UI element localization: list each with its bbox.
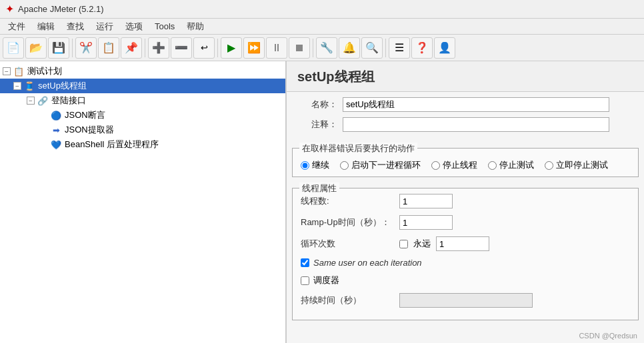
- name-input[interactable]: [343, 97, 609, 112]
- comment-label: 注释：: [297, 119, 337, 131]
- name-section: 名称： 注释：: [287, 92, 644, 143]
- duration-row: 持续时间（秒）: [301, 293, 630, 308]
- error-action-title: 在取样器错误后要执行的动作: [299, 143, 417, 155]
- collapse-button[interactable]: ➖: [171, 37, 192, 59]
- forever-row: 永远: [399, 236, 489, 251]
- start-no-pause-button[interactable]: ⏩: [243, 37, 265, 59]
- tree-item-json-extractor[interactable]: ➡ JSON提取器: [0, 123, 285, 137]
- list-button[interactable]: ☰: [389, 37, 410, 59]
- radio-stop-thread-label: 停止线程: [443, 159, 477, 171]
- menu-tools[interactable]: Tools: [149, 20, 180, 33]
- thread-props-group: 线程属性 线程数: Ramp-Up时间（秒）： 循环次数 永远: [292, 188, 639, 320]
- sep5: [385, 39, 386, 57]
- radio-stop-now-input[interactable]: [545, 161, 553, 170]
- radio-stop-test-input[interactable]: [488, 161, 497, 170]
- stop-button[interactable]: ⏹: [289, 37, 310, 59]
- radio-stop-thread[interactable]: 停止线程: [431, 159, 477, 171]
- watermark: CSDN @Qredsun: [579, 332, 637, 340]
- tree-item-json-assert[interactable]: 🔵 JSON断言: [0, 108, 285, 123]
- main-layout: − 📋 测试计划 − 🧵 setUp线程组 − 🔗 登陆接口 🔵 JSON断言 …: [0, 61, 644, 343]
- app-icon: ✦: [5, 3, 14, 15]
- comment-row: 注释：: [297, 117, 633, 132]
- thread-props-title: 线程属性: [299, 182, 339, 194]
- help-button[interactable]: ❓: [411, 37, 433, 59]
- radio-stop-now[interactable]: 立即停止测试: [545, 159, 608, 171]
- radio-continue-input[interactable]: [301, 161, 309, 170]
- menu-edit[interactable]: 编辑: [32, 19, 60, 34]
- expand-test-plan[interactable]: −: [3, 67, 11, 75]
- radio-stop-test[interactable]: 停止测试: [488, 159, 534, 171]
- beanshell-icon: 💙: [49, 139, 63, 150]
- start-button[interactable]: ▶: [221, 37, 242, 59]
- setup-group-icon: 🧵: [23, 81, 36, 91]
- new-button[interactable]: 📄: [3, 37, 24, 59]
- name-row: 名称：: [297, 97, 633, 112]
- tree-item-login[interactable]: − 🔗 登陆接口: [0, 93, 285, 108]
- detail-title: setUp线程组: [287, 61, 644, 92]
- search-toolbar-button[interactable]: 🔍: [361, 37, 383, 59]
- comment-input[interactable]: [343, 117, 609, 132]
- setup-group-label: setUp线程组: [38, 80, 87, 92]
- error-radio-group: 继续 启动下一进程循环 停止线程 停止测试: [301, 159, 630, 171]
- radio-continue[interactable]: 继续: [301, 159, 329, 171]
- thread-count-input[interactable]: [399, 194, 453, 208]
- test-plan-label: 测试计划: [27, 65, 62, 77]
- expand-setup-group[interactable]: −: [13, 82, 21, 90]
- same-user-label: Same user on each iteration: [313, 258, 422, 268]
- beanshell-label: BeanShell 后置处理程序: [65, 139, 159, 151]
- tree-item-setup-group[interactable]: − 🧵 setUp线程组: [0, 79, 285, 93]
- tool1-button[interactable]: 🔧: [316, 37, 337, 59]
- json-extractor-icon: ➡: [49, 125, 63, 135]
- same-user-checkbox[interactable]: [301, 258, 309, 267]
- title-bar: ✦ Apache JMeter (5.2.1): [0, 0, 644, 19]
- pause-button[interactable]: ⏸: [266, 37, 287, 59]
- tree-item-test-plan[interactable]: − 📋 测试计划: [0, 64, 285, 79]
- menu-help[interactable]: 帮助: [181, 19, 209, 34]
- user-button[interactable]: 👤: [434, 37, 455, 59]
- scheduler-row: 调度器: [301, 274, 630, 286]
- name-label: 名称：: [297, 99, 337, 111]
- ramp-up-row: Ramp-Up时间（秒）：: [301, 215, 630, 230]
- loop-count-input[interactable]: [436, 236, 489, 251]
- tool2-button[interactable]: 🔔: [339, 37, 360, 59]
- scheduler-checkbox[interactable]: [301, 276, 309, 285]
- copy-button[interactable]: 📋: [98, 37, 119, 59]
- thread-count-row: 线程数:: [301, 194, 630, 208]
- expand-login[interactable]: −: [27, 97, 35, 105]
- cut-button[interactable]: ✂️: [75, 37, 97, 59]
- tree-panel: − 📋 测试计划 − 🧵 setUp线程组 − 🔗 登陆接口 🔵 JSON断言 …: [0, 61, 287, 343]
- forever-checkbox[interactable]: [399, 240, 408, 248]
- menu-bar: 文件 编辑 查找 运行 选项 Tools 帮助: [0, 19, 644, 35]
- radio-continue-label: 继续: [312, 159, 329, 171]
- save-button[interactable]: 💾: [48, 37, 69, 59]
- sep4: [313, 39, 313, 57]
- radio-next-loop-input[interactable]: [340, 161, 349, 170]
- app-title: Apache JMeter (5.2.1): [18, 4, 104, 14]
- same-user-row: Same user on each iteration: [301, 258, 630, 268]
- radio-next-loop[interactable]: 启动下一进程循环: [340, 159, 421, 171]
- json-assert-label: JSON断言: [65, 109, 105, 121]
- menu-file[interactable]: 文件: [3, 19, 31, 34]
- ramp-up-input[interactable]: [399, 215, 453, 230]
- json-assert-icon: 🔵: [49, 110, 63, 121]
- toolbar: 📄 📂 💾 ✂️ 📋 📌 ➕ ➖ ↩ ▶ ⏩ ⏸ ⏹ 🔧 🔔 🔍 ☰ ❓ 👤: [0, 35, 644, 61]
- paste-button[interactable]: 📌: [121, 37, 142, 59]
- error-action-group: 在取样器错误后要执行的动作 继续 启动下一进程循环 停止线程: [292, 148, 639, 177]
- test-plan-icon: 📋: [12, 66, 25, 77]
- radio-next-loop-label: 启动下一进程循环: [351, 159, 421, 171]
- undo-button[interactable]: ↩: [193, 37, 215, 59]
- menu-run[interactable]: 运行: [91, 19, 119, 34]
- open-button[interactable]: 📂: [25, 37, 47, 59]
- sep3: [217, 39, 218, 57]
- sep2: [145, 39, 145, 57]
- menu-find[interactable]: 查找: [61, 19, 89, 34]
- radio-stop-now-label: 立即停止测试: [556, 159, 608, 171]
- radio-stop-thread-input[interactable]: [431, 161, 440, 170]
- expand-button[interactable]: ➕: [148, 37, 169, 59]
- scheduler-label: 调度器: [313, 274, 339, 286]
- detail-panel: setUp线程组 名称： 注释： 在取样器错误后要执行的动作 继: [287, 61, 644, 343]
- duration-input[interactable]: [399, 293, 533, 308]
- menu-options[interactable]: 选项: [120, 19, 148, 34]
- duration-label: 持续时间（秒）: [301, 294, 394, 306]
- tree-item-beanshell[interactable]: 💙 BeanShell 后置处理程序: [0, 137, 285, 152]
